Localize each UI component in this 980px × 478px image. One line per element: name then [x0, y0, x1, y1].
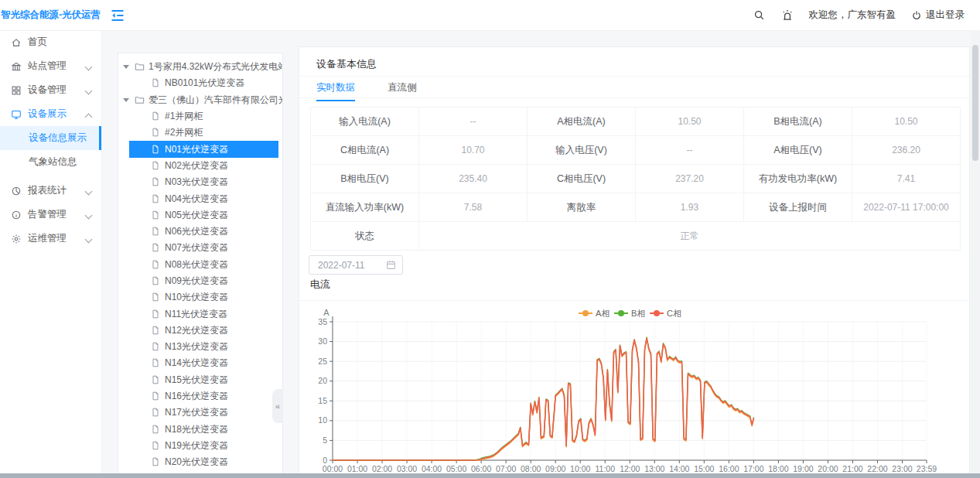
- tree-node-device[interactable]: N01光伏逆变器: [129, 141, 278, 157]
- legend-label-A相[interactable]: A相: [596, 309, 610, 318]
- chevron-up-icon: [85, 114, 93, 121]
- tree-node-device[interactable]: N19光伏逆变器: [129, 438, 278, 454]
- x-tick-label: 09:00: [545, 464, 565, 473]
- sidebar-item-label: 首页: [28, 36, 47, 49]
- x-tick-label: 08:00: [521, 464, 541, 473]
- tree-node-device[interactable]: N02光伏逆变器: [129, 158, 278, 174]
- tree-node-device[interactable]: N12光伏逆变器: [129, 323, 278, 339]
- file-icon: [151, 408, 161, 418]
- sidebar-item-operation-management[interactable]: 运维管理: [0, 227, 101, 251]
- tree-node-label: N17光伏逆变器: [165, 406, 228, 419]
- tree-node-label: N02光伏逆变器: [165, 159, 228, 172]
- tree-node-device[interactable]: N08光伏逆变器: [129, 257, 278, 273]
- sidebar-item-home[interactable]: 首页: [0, 30, 101, 54]
- sidebar-item-label: 站点管理: [28, 60, 67, 73]
- sidebar-item-weather-station-info[interactable]: 气象站信息: [0, 150, 101, 174]
- divider: [299, 76, 969, 77]
- file-icon: [151, 457, 161, 467]
- alert-icon: [11, 210, 22, 220]
- tree-node-device[interactable]: N06光伏逆变器: [129, 224, 278, 240]
- sidebar-item-site-management[interactable]: 站点管理: [0, 54, 101, 78]
- sidebar-item-device-display[interactable]: 设备展示: [0, 102, 101, 126]
- tree-collapse-handle[interactable]: «: [272, 389, 283, 423]
- header-actions: 欢迎您，广东智有盈 退出登录: [753, 0, 965, 30]
- tree-node-label: N15光伏逆变器: [165, 374, 228, 387]
- tree-node-device[interactable]: N07光伏逆变器: [129, 240, 278, 256]
- power-icon: [911, 10, 922, 21]
- file-icon: [151, 78, 161, 88]
- file-icon: [151, 128, 161, 138]
- x-tick-label: 23:59: [917, 464, 937, 473]
- current-line-chart: 0510152025303500:0001:0002:0003:0004:000…: [299, 302, 971, 478]
- file-icon: [151, 276, 161, 286]
- tree-node-device[interactable]: N14光伏逆变器: [129, 355, 278, 371]
- tree-node-label: N11光伏逆变器: [165, 308, 227, 321]
- status-value: 正常: [419, 222, 961, 251]
- tree-node-device[interactable]: N20光伏逆变器: [129, 454, 278, 470]
- tree-node-device[interactable]: N05光伏逆变器: [129, 207, 278, 224]
- chevron-down-icon: [85, 212, 93, 220]
- sidebar-item-label: 运维管理: [28, 232, 67, 245]
- tree-node-label: #2并网柜: [165, 126, 203, 139]
- tree-node-label: N01光伏逆变器: [165, 143, 228, 156]
- tree-node-device[interactable]: #1并网柜: [129, 108, 278, 125]
- tree-node-station[interactable]: 1号家用4.32kW分布式光伏发电站: [118, 59, 282, 75]
- divider: [299, 300, 969, 301]
- chevron-down-icon: [85, 63, 93, 71]
- menu-fold-icon[interactable]: [110, 8, 125, 23]
- search-icon[interactable]: [753, 9, 766, 22]
- legend-marker-C相[interactable]: [654, 310, 660, 316]
- file-icon: [151, 227, 161, 237]
- file-icon: [151, 243, 161, 253]
- sidebar-item-label: 告警管理: [28, 208, 67, 221]
- tree-node-device[interactable]: N16光伏逆变器: [129, 388, 278, 405]
- alarm-bell-icon[interactable]: [781, 9, 794, 22]
- tab-realtime-data[interactable]: 实时数据: [316, 81, 355, 101]
- tree-node-device[interactable]: N03光伏逆变器: [129, 174, 278, 190]
- app-window: 智光综合能源-光伏运营 欢迎您，广东智有盈: [0, 0, 980, 478]
- sidebar-item-device-management[interactable]: 设备管理: [0, 78, 101, 102]
- tree-node-device[interactable]: NB0101光伏逆变器: [129, 75, 278, 91]
- tree-node-device[interactable]: N10光伏逆变器: [129, 289, 278, 306]
- info-label: 输入电压(V): [528, 136, 636, 165]
- file-icon: [151, 210, 161, 220]
- device-info-table: 输入电流(A)--A相电流(A)10.50B相电流(A)10.50C相电流(A)…: [310, 107, 961, 251]
- tab-dc-side[interactable]: 直流侧: [388, 81, 417, 101]
- vertical-scrollbar-thumb[interactable]: [972, 45, 978, 161]
- tree-node-device[interactable]: N18光伏逆变器: [129, 422, 278, 438]
- tree-node-label: N18光伏逆变器: [165, 423, 228, 436]
- x-tick-label: 21:00: [842, 464, 862, 473]
- file-icon: [151, 161, 161, 171]
- site-icon: [11, 61, 22, 72]
- file-icon: [151, 309, 161, 319]
- legend-marker-A相[interactable]: [582, 310, 589, 316]
- tree-node-device[interactable]: N09光伏逆变器: [129, 273, 278, 289]
- info-value: 235.40: [419, 165, 528, 193]
- tree-node-device[interactable]: N13光伏逆变器: [129, 339, 278, 355]
- sidebar-item-device-info-display[interactable]: 设备信息展示: [0, 126, 101, 150]
- tree-node-device[interactable]: N17光伏逆变器: [129, 405, 278, 421]
- tree-node-device[interactable]: N11光伏逆变器: [129, 306, 278, 322]
- legend-marker-B相[interactable]: [618, 310, 624, 316]
- x-tick-label: 11:00: [595, 464, 615, 473]
- home-icon: [11, 37, 22, 48]
- info-value: --: [419, 108, 528, 136]
- x-tick-label: 10:00: [570, 464, 590, 473]
- sidebar-item-alarm-management[interactable]: 告警管理: [0, 203, 101, 227]
- chevron-down-icon: [85, 87, 93, 95]
- logout-button[interactable]: 退出登录: [911, 9, 965, 22]
- y-tick-label: 15: [318, 396, 327, 405]
- sidebar-item-report-statistics[interactable]: 报表统计: [0, 179, 101, 203]
- date-picker-input[interactable]: 2022-07-11: [309, 255, 403, 275]
- tree-node-device[interactable]: N04光伏逆变器: [129, 190, 278, 207]
- tree-node-device[interactable]: #2并网柜: [129, 125, 278, 141]
- legend-label-B相[interactable]: B相: [631, 309, 645, 318]
- tree-node-label: N03光伏逆变器: [165, 176, 228, 189]
- tree-node-station[interactable]: 爱三（佛山）汽车部件有限公司光伏发: [118, 92, 282, 108]
- report-icon: [11, 186, 22, 196]
- file-icon: [151, 111, 161, 121]
- legend-label-C相[interactable]: C相: [667, 309, 681, 318]
- info-label: B相电压(V): [311, 165, 419, 193]
- device-info-panel: 设备基本信息 实时数据直流侧 输入电流(A)--A相电流(A)10.50B相电流…: [299, 46, 970, 478]
- tree-node-device[interactable]: N15光伏逆变器: [129, 372, 278, 388]
